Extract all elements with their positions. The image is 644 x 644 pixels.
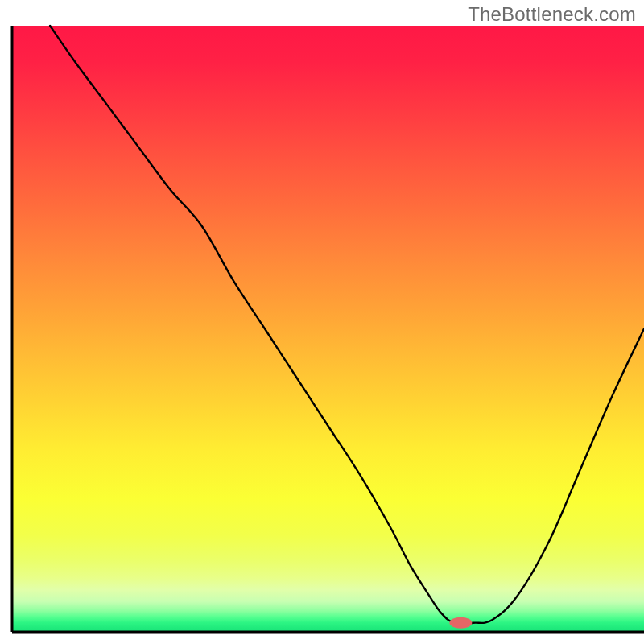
watermark-text: TheBottleneck.com xyxy=(468,3,636,26)
optimal-point-marker xyxy=(449,617,472,629)
chart-container: TheBottleneck.com xyxy=(0,0,644,644)
bottleneck-chart xyxy=(0,0,644,644)
